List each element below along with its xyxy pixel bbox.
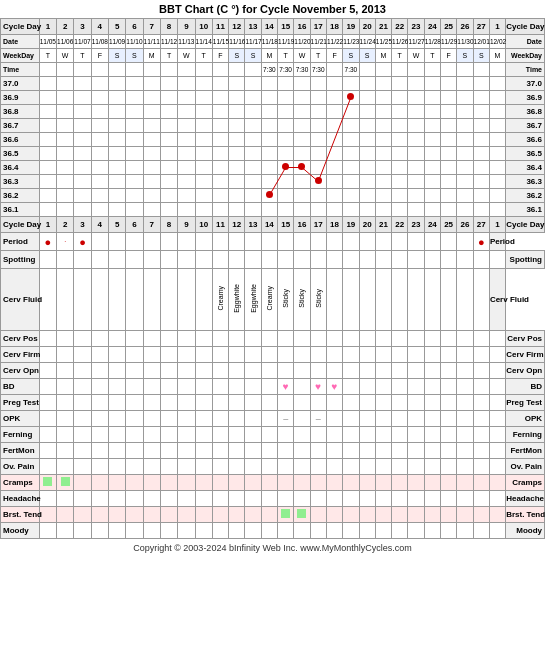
bd-row: BD ♥ ♥ ♥ BD [1,379,545,395]
temp-row-366: 36.6 36.6 [1,133,545,147]
period-dot-3: ● [79,236,86,248]
period-dot-last: ● [478,236,485,248]
opk-minus-17: – [316,414,321,424]
temp-row-362: 36.2 36.2 [1,189,545,203]
bd-heart-15: ♥ [283,381,289,392]
temp-dot-col14 [266,191,273,198]
temp-row-367: 36.7 36.7 [1,119,545,133]
fertmon-row: FertMon FertMon [1,443,545,459]
footer: Copyright © 2003-2024 bInfinity Web Inc.… [0,538,545,557]
brst-tend-row: Brst. Tend Brst. Tend [1,507,545,523]
brst-indicator-15 [281,509,290,518]
moody-row: Moody Moody [1,523,545,539]
cramp-indicator-1 [43,477,52,486]
time-row: Time 7:30 7:30 7:30 7:30 7:30 Time [1,63,545,77]
cerv-firm-row: Cerv Firm Cerv Firm [1,347,545,363]
bd-heart-17: ♥ [315,381,321,392]
cerv-fluid-row: Cerv Fluid Creamy Eggwhite Eggwhite Crea… [1,269,545,331]
date-row: Date 11/05 11/06 11/07 11/08 11/09 11/10… [1,35,545,49]
brst-indicator-16 [297,509,306,518]
opk-minus-15: – [283,414,288,424]
cycle-day-label: Cycle Day [1,19,40,35]
bd-heart-18: ♥ [332,381,338,392]
period-row: Period ● · ● ● Period [1,233,545,251]
ferning-row: Ferning Ferning [1,427,545,443]
period-dot-1: ● [45,236,52,248]
temp-dot-col19 [347,93,354,100]
cycle-day-bottom: Cycle Day 1234 5678 9101112 13141516 171… [1,217,545,233]
headache-row: Headache Headache [1,491,545,507]
temp-row-369: 36.9 36.9 [1,91,545,105]
cycle-day-header: Cycle Day 1234 5678 9101112 13141516 171… [1,19,545,35]
chart-title: BBT Chart (C °) for Cycle November 5, 20… [0,0,545,18]
opk-row: OPK – – OPK [1,411,545,427]
cycle-day-right-label: Cycle Day [506,19,545,35]
ov-pain-row: Ov. Pain Ov. Pain [1,459,545,475]
cramps-row: Cramps Cramps [1,475,545,491]
weekday-row: WeekDay TWTF SS MTWT F SS MTWT F SS MTWT… [1,49,545,63]
cerv-opn-row: Cerv Opn Cerv Opn [1,363,545,379]
temp-row-364: 36.4 36.4 [1,161,545,175]
temp-row-365: 36.5 36.5 [1,147,545,161]
preg-test-row: Preg Test Preg Test [1,395,545,411]
bbt-chart: Cycle Day 1234 5678 9101112 13141516 171… [0,18,545,539]
cerv-pos-row: Cerv Pos Cerv Pos [1,331,545,347]
cramp-indicator-2 [61,477,70,486]
period-dot-2: · [64,238,66,245]
page-container: BBT Chart (C °) for Cycle November 5, 20… [0,0,545,557]
temp-dot-col15 [282,163,289,170]
temp-dot-col17 [315,177,322,184]
temp-row-370: 37.0 37.0 [1,77,545,91]
temp-row-363: 36.3 36.3 [1,175,545,189]
temp-row-361: 36.1 36.1 [1,203,545,217]
temp-row-368: 36.8 36.8 [1,105,545,119]
spotting-row: Spotting Spotting [1,251,545,269]
temp-dot-col16 [298,163,305,170]
